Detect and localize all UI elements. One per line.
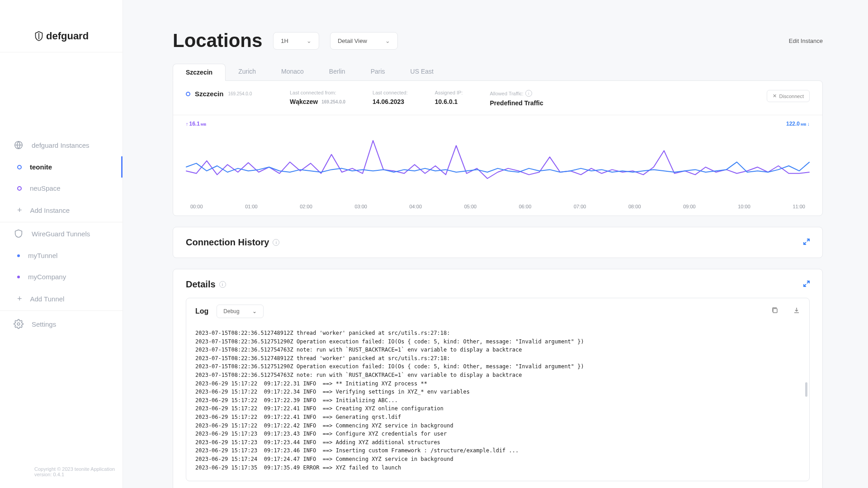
- app-root: defguard defguard Instances teonite neuS…: [0, 0, 868, 488]
- log-content[interactable]: 2023-07-15T08:22:36.512748912Z thread 'w…: [186, 324, 809, 481]
- section-title: Details i: [186, 279, 226, 290]
- x-label: 00:00: [190, 204, 203, 209]
- sidebar-add-tunnel[interactable]: + Add Tunnel: [0, 287, 123, 310]
- dot-icon: [17, 254, 20, 257]
- nav-header-tunnels[interactable]: WireGuard Tunnels: [0, 222, 123, 245]
- copyright-text: Copyright © 2023 teonite Application ver…: [34, 466, 115, 477]
- svg-point-1: [17, 323, 20, 325]
- info-icon[interactable]: i: [525, 90, 532, 97]
- tab-monaco[interactable]: Monaco: [269, 63, 316, 80]
- sidebar-item-label: neuSpace: [30, 184, 61, 192]
- timerange-select[interactable]: 1H ⌄: [273, 32, 319, 50]
- sidebar-settings[interactable]: Settings: [0, 311, 123, 335]
- x-label: 11:00: [793, 204, 805, 209]
- sidebar-item-mycompany[interactable]: myCompany: [0, 266, 123, 287]
- log-header: Log Debug ⌄: [186, 298, 809, 324]
- x-label: 02:00: [300, 204, 312, 209]
- title-text: Details: [186, 279, 216, 290]
- disconnect-button[interactable]: ✕ Disconnect: [767, 90, 810, 102]
- kv-last-connected: Last connected: 14.06.2023: [373, 90, 408, 105]
- logo-text: defguard: [46, 30, 89, 42]
- chart-series-upload: [186, 141, 809, 178]
- scrollbar-thumb[interactable]: [805, 382, 807, 397]
- info-icon[interactable]: i: [219, 281, 226, 288]
- tab-us-east[interactable]: US East: [398, 63, 446, 80]
- select-value: Debug: [223, 308, 239, 314]
- log-container: Log Debug ⌄ 2023-07-15T08:22:36.51274891…: [186, 298, 810, 481]
- sidebar-add-instance[interactable]: + Add Instance: [0, 199, 123, 222]
- sidebar: defguard defguard Instances teonite neuS…: [0, 0, 123, 488]
- nav-header-instances[interactable]: defguard Instances: [0, 134, 123, 156]
- x-label: 03:00: [354, 204, 367, 209]
- stat-value: 122.0: [786, 121, 800, 127]
- value-ip: 169.254.0.0: [321, 99, 345, 104]
- details-panel: Details i Log Debug ⌄: [173, 269, 823, 488]
- stat-unit: MB: [801, 122, 806, 127]
- plus-icon: +: [17, 294, 22, 304]
- dot-icon: [17, 186, 22, 191]
- plus-icon: +: [17, 206, 22, 215]
- info-icon[interactable]: i: [273, 239, 279, 246]
- log-level-select[interactable]: Debug ⌄: [217, 305, 263, 318]
- stat-value: 16.1: [189, 121, 200, 127]
- shield-icon: [14, 229, 24, 239]
- nav-section-tunnels: WireGuard Tunnels myTunnel myCompany + A…: [0, 222, 123, 310]
- location-tabs: Szczecin Zurich Monaco Berlin Paris US E…: [173, 63, 823, 80]
- tab-zurich[interactable]: Zurich: [226, 63, 269, 80]
- download-button[interactable]: [793, 307, 800, 316]
- chart-series-download: [186, 162, 809, 172]
- kv-label: Allowed Traffic: i: [490, 90, 543, 97]
- tab-berlin[interactable]: Berlin: [316, 63, 358, 80]
- nav-section-instances: defguard Instances teonite neuSpace + Ad…: [0, 134, 123, 222]
- x-label: 04:00: [410, 204, 422, 209]
- copy-icon: [771, 307, 778, 314]
- kv-assigned-ip: Assigned IP: 10.6.0.1: [435, 90, 463, 105]
- traffic-chart: [181, 130, 814, 202]
- nav-section-settings: Settings: [0, 311, 123, 335]
- kv-value: 14.06.2023: [373, 98, 408, 105]
- sidebar-item-teonite[interactable]: teonite: [0, 156, 123, 178]
- x-label: 09:00: [683, 204, 696, 209]
- sidebar-item-neuspace[interactable]: neuSpace: [0, 178, 123, 199]
- gear-icon: [14, 319, 24, 329]
- kv-value: 10.6.0.1: [435, 98, 463, 105]
- title-text: Connection History: [186, 237, 269, 248]
- edit-instance-link[interactable]: Edit Instance: [789, 38, 823, 44]
- tab-paris[interactable]: Paris: [358, 63, 398, 80]
- chart-area: 00:0001:0002:0003:0004:0005:0006:0007:00…: [173, 130, 822, 216]
- kv-label: Last connected from:: [290, 90, 345, 95]
- divider: [0, 52, 123, 52]
- location-panel: Szczecin 169.254.0.0 Last connected from…: [173, 80, 823, 216]
- tab-szczecin[interactable]: Szczecin: [173, 64, 226, 81]
- dot-icon: [17, 276, 20, 278]
- x-label: 06:00: [519, 204, 532, 209]
- select-value: 1H: [281, 38, 288, 44]
- arrow-down-icon: ↓: [807, 121, 810, 127]
- section-title: Connection History i: [186, 237, 279, 248]
- x-label: 08:00: [628, 204, 641, 209]
- sidebar-footer: Copyright © 2023 teonite Application ver…: [0, 466, 123, 488]
- view-mode-select[interactable]: Detail View ⌄: [330, 32, 398, 50]
- sidebar-item-label: teonite: [30, 163, 52, 171]
- traffic-stats: ↑ 16.1 MB 122.0 MB ↓: [173, 115, 822, 130]
- status-dot-icon: [186, 92, 190, 96]
- expand-icon[interactable]: [803, 281, 810, 289]
- details-header: Details i: [186, 279, 810, 290]
- x-label: 10:00: [738, 204, 750, 209]
- value-text: Wąkczew: [290, 98, 318, 105]
- expand-icon[interactable]: [803, 239, 810, 247]
- main-content: Locations 1H ⌄ Detail View ⌄ Edit Instan…: [123, 0, 868, 488]
- close-icon: ✕: [773, 93, 777, 99]
- kv-value: Predefined Traffic: [490, 99, 543, 107]
- copy-button[interactable]: [771, 307, 778, 316]
- page-title: Locations: [173, 30, 262, 52]
- stat-unit: MB: [201, 122, 206, 127]
- x-label: 05:00: [464, 204, 477, 209]
- connection-history-panel: Connection History i: [173, 227, 823, 258]
- nav-header-label: defguard Instances: [32, 141, 90, 149]
- kv-allowed-traffic: Allowed Traffic: i Predefined Traffic: [490, 90, 543, 107]
- globe-icon: [14, 140, 24, 150]
- kv-value: Wąkczew 169.254.0.0: [290, 98, 345, 105]
- kv-label: Assigned IP:: [435, 90, 463, 95]
- sidebar-item-mytunnel[interactable]: myTunnel: [0, 245, 123, 266]
